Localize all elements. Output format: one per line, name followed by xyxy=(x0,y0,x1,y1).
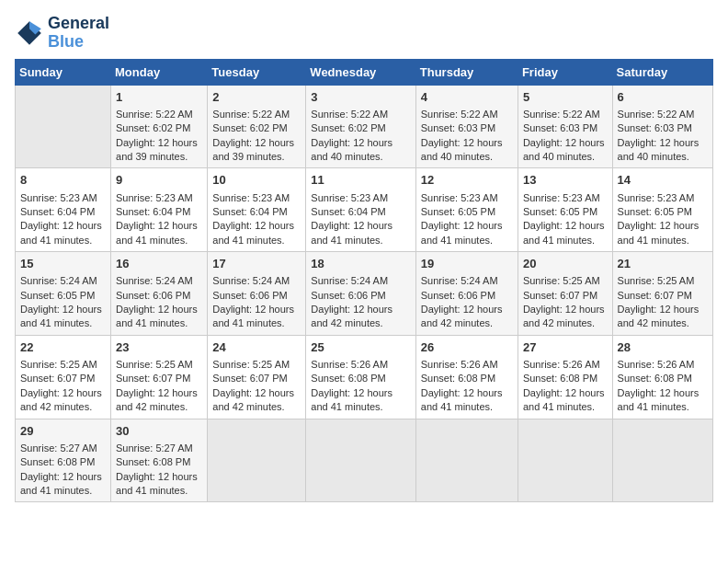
sunset-text: Sunset: 6:05 PM xyxy=(421,206,495,217)
calendar-cell: 16Sunrise: 5:24 AMSunset: 6:06 PMDayligh… xyxy=(111,252,208,336)
calendar-cell: 15Sunrise: 5:24 AMSunset: 6:05 PMDayligh… xyxy=(16,252,111,336)
calendar-cell: 8Sunrise: 5:23 AMSunset: 6:04 PMDaylight… xyxy=(16,168,111,252)
sunrise-text: Sunrise: 5:25 AM xyxy=(618,275,695,286)
calendar-cell: 29Sunrise: 5:27 AMSunset: 6:08 PMDayligh… xyxy=(16,419,111,502)
sunrise-text: Sunrise: 5:23 AM xyxy=(311,192,388,203)
day-number: 9 xyxy=(116,172,202,189)
logo-icon xyxy=(15,18,44,48)
sunrise-text: Sunrise: 5:23 AM xyxy=(523,192,600,203)
daylight-label: Daylight: 12 hours and 41 minutes. xyxy=(20,304,102,328)
calendar-cell xyxy=(306,419,415,502)
daylight-label: Daylight: 12 hours and 41 minutes. xyxy=(20,220,102,245)
header: GeneralBlue xyxy=(15,15,713,52)
sunset-text: Sunset: 6:03 PM xyxy=(618,122,692,133)
calendar-cell: 20Sunrise: 5:25 AMSunset: 6:07 PMDayligh… xyxy=(518,252,612,336)
sunset-text: Sunset: 6:04 PM xyxy=(116,206,190,217)
day-number: 2 xyxy=(212,89,301,106)
day-number: 16 xyxy=(116,256,202,272)
sunrise-text: Sunrise: 5:22 AM xyxy=(212,109,290,120)
calendar-cell: 30Sunrise: 5:27 AMSunset: 6:08 PMDayligh… xyxy=(111,419,208,502)
sunrise-text: Sunrise: 5:22 AM xyxy=(618,109,695,120)
calendar-cell: 9Sunrise: 5:23 AMSunset: 6:04 PMDaylight… xyxy=(111,168,208,252)
calendar-cell xyxy=(612,419,712,502)
sunset-text: Sunset: 6:06 PM xyxy=(311,290,385,301)
calendar-cell xyxy=(208,419,306,502)
calendar-week-row: 8Sunrise: 5:23 AMSunset: 6:04 PMDaylight… xyxy=(16,168,713,252)
calendar-cell: 23Sunrise: 5:25 AMSunset: 6:07 PMDayligh… xyxy=(111,335,208,419)
logo: GeneralBlue xyxy=(15,15,109,52)
sunset-text: Sunset: 6:07 PM xyxy=(116,373,190,384)
sunrise-text: Sunrise: 5:22 AM xyxy=(311,109,388,120)
sunset-text: Sunset: 6:07 PM xyxy=(212,373,287,384)
sunset-text: Sunset: 6:06 PM xyxy=(116,290,190,301)
daylight-label: Daylight: 12 hours and 41 minutes. xyxy=(311,387,392,412)
sunset-text: Sunset: 6:08 PM xyxy=(618,373,692,384)
calendar-cell: 21Sunrise: 5:25 AMSunset: 6:07 PMDayligh… xyxy=(612,252,712,336)
calendar-cell: 19Sunrise: 5:24 AMSunset: 6:06 PMDayligh… xyxy=(415,252,518,336)
sunset-text: Sunset: 6:03 PM xyxy=(421,122,495,133)
sunset-text: Sunset: 6:07 PM xyxy=(523,290,597,301)
sunset-text: Sunset: 6:05 PM xyxy=(20,290,95,301)
sunrise-text: Sunrise: 5:22 AM xyxy=(523,109,600,120)
calendar-cell: 2Sunrise: 5:22 AMSunset: 6:02 PMDaylight… xyxy=(208,85,306,168)
sunset-text: Sunset: 6:08 PM xyxy=(311,373,385,384)
sunrise-text: Sunrise: 5:23 AM xyxy=(212,192,290,203)
day-number: 30 xyxy=(116,423,202,440)
day-number: 24 xyxy=(212,339,301,356)
header-cell-saturday: Saturday xyxy=(612,59,712,85)
sunrise-text: Sunrise: 5:23 AM xyxy=(421,192,498,203)
calendar-cell: 6Sunrise: 5:22 AMSunset: 6:03 PMDaylight… xyxy=(612,85,712,168)
sunset-text: Sunset: 6:04 PM xyxy=(20,206,95,217)
sunset-text: Sunset: 6:08 PM xyxy=(421,373,495,384)
daylight-label: Daylight: 12 hours and 39 minutes. xyxy=(212,137,294,162)
daylight-label: Daylight: 12 hours and 41 minutes. xyxy=(523,387,605,412)
daylight-label: Daylight: 12 hours and 42 minutes. xyxy=(523,304,605,328)
day-number: 6 xyxy=(618,89,708,106)
day-number: 1 xyxy=(116,89,202,106)
sunset-text: Sunset: 6:02 PM xyxy=(116,122,190,133)
sunset-text: Sunset: 6:04 PM xyxy=(212,206,287,217)
calendar-cell: 14Sunrise: 5:23 AMSunset: 6:05 PMDayligh… xyxy=(612,168,712,252)
sunrise-text: Sunrise: 5:24 AM xyxy=(212,275,290,286)
sunset-text: Sunset: 6:07 PM xyxy=(20,373,95,384)
sunrise-text: Sunrise: 5:23 AM xyxy=(116,192,193,203)
sunrise-text: Sunrise: 5:22 AM xyxy=(116,109,193,120)
sunset-text: Sunset: 6:03 PM xyxy=(523,122,597,133)
sunrise-text: Sunrise: 5:24 AM xyxy=(421,275,498,286)
daylight-label: Daylight: 12 hours and 42 minutes. xyxy=(212,387,294,412)
calendar-cell: 25Sunrise: 5:26 AMSunset: 6:08 PMDayligh… xyxy=(306,335,415,419)
sunset-text: Sunset: 6:02 PM xyxy=(311,122,385,133)
calendar-table: SundayMondayTuesdayWednesdayThursdayFrid… xyxy=(15,59,713,503)
calendar-cell: 27Sunrise: 5:26 AMSunset: 6:08 PMDayligh… xyxy=(518,335,612,419)
calendar-cell: 12Sunrise: 5:23 AMSunset: 6:05 PMDayligh… xyxy=(415,168,518,252)
calendar-week-row: 1Sunrise: 5:22 AMSunset: 6:02 PMDaylight… xyxy=(16,85,713,168)
calendar-cell xyxy=(16,85,111,168)
daylight-label: Daylight: 12 hours and 40 minutes. xyxy=(523,137,605,162)
sunset-text: Sunset: 6:08 PM xyxy=(116,456,190,467)
sunrise-text: Sunrise: 5:26 AM xyxy=(523,359,600,370)
day-number: 8 xyxy=(20,172,106,189)
day-number: 19 xyxy=(421,256,513,272)
calendar-cell: 26Sunrise: 5:26 AMSunset: 6:08 PMDayligh… xyxy=(415,335,518,419)
day-number: 14 xyxy=(618,172,708,189)
day-number: 5 xyxy=(523,89,608,106)
day-number: 12 xyxy=(421,172,513,189)
header-cell-monday: Monday xyxy=(111,59,208,85)
sunset-text: Sunset: 6:05 PM xyxy=(618,206,692,217)
day-number: 10 xyxy=(212,172,301,189)
day-number: 29 xyxy=(20,423,106,440)
daylight-label: Daylight: 12 hours and 41 minutes. xyxy=(421,387,503,412)
day-number: 26 xyxy=(421,339,513,356)
sunset-text: Sunset: 6:02 PM xyxy=(212,122,287,133)
day-number: 23 xyxy=(116,339,202,356)
calendar-week-row: 22Sunrise: 5:25 AMSunset: 6:07 PMDayligh… xyxy=(16,335,713,419)
day-number: 3 xyxy=(311,89,410,106)
calendar-cell: 17Sunrise: 5:24 AMSunset: 6:06 PMDayligh… xyxy=(208,252,306,336)
daylight-label: Daylight: 12 hours and 41 minutes. xyxy=(116,304,198,328)
sunrise-text: Sunrise: 5:24 AM xyxy=(20,275,97,286)
sunset-text: Sunset: 6:06 PM xyxy=(421,290,495,301)
calendar-cell: 5Sunrise: 5:22 AMSunset: 6:03 PMDaylight… xyxy=(518,85,612,168)
daylight-label: Daylight: 12 hours and 41 minutes. xyxy=(311,220,392,245)
day-number: 28 xyxy=(618,339,708,356)
daylight-label: Daylight: 12 hours and 39 minutes. xyxy=(116,137,198,162)
